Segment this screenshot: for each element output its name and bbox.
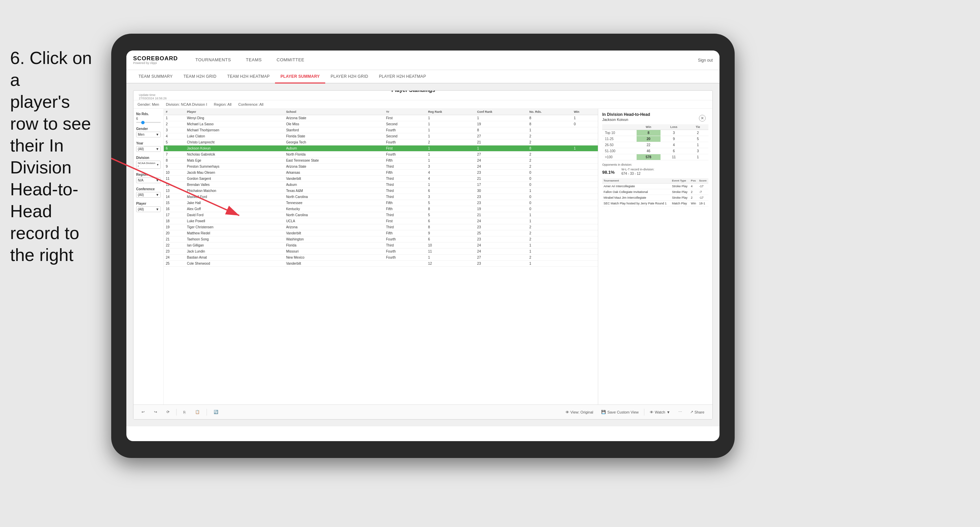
nav-committee[interactable]: COMMITTEE (269, 51, 312, 70)
col-event-type: Event Type (671, 178, 689, 184)
opponents-section: Opponents in division: 98.1% W-L-T recor… (602, 163, 708, 178)
toolbar-sep-1 (176, 409, 177, 416)
col-school: School (284, 109, 384, 115)
table-row[interactable]: 11 Gordon Sargent Vanderbilt Third 4 21 … (164, 176, 598, 182)
nav-items: TOURNAMENTS TEAMS COMMITTEE (188, 51, 312, 70)
bottom-toolbar: ↩ ↪ ⟳ ⎘ 📋 🔄 👁View: Original 💾Save Custom… (134, 405, 713, 419)
tournament-row: Mirabel Maui Jim Intercollegiate Stroke … (602, 195, 708, 201)
no-rds-slider[interactable] (136, 122, 161, 123)
filter-division-section: Division NCAA Division I ▼ (136, 156, 161, 169)
h2h-row: 26-50 22 4 1 (602, 142, 708, 148)
table-row[interactable]: 19 Tiger Christensen Arizona Third 8 23 … (164, 224, 598, 230)
view-original-button[interactable]: 👁View: Original (563, 409, 596, 416)
tab-team-summary[interactable]: TEAM SUMMARY (133, 70, 178, 84)
col-score: Score (698, 178, 708, 184)
tournament-row: SEC Match Play hosted by Jerry Pate Roun… (602, 201, 708, 206)
col-player: Player (185, 109, 284, 115)
h2h-row: Top 10 8 3 2 (602, 130, 708, 136)
table-row[interactable]: 22 Ian Gilligan Florida Third 10 24 1 (164, 243, 598, 249)
col-pos: Pos (689, 178, 698, 184)
tab-team-h2h-heatmap[interactable]: TEAM H2H HEATMAP (222, 70, 275, 84)
table-row[interactable]: 13 Phichaksn Maichon Texas A&M Third 6 3… (164, 188, 598, 194)
options-button[interactable]: ⋯ (676, 408, 685, 416)
refresh-button[interactable]: 🔄 (211, 408, 221, 416)
tournament-header: Tournament Event Type Pos Score (602, 178, 708, 184)
table-row[interactable]: 23 Jack Lundin Missouri Fourth 11 24 1 (164, 249, 598, 255)
standings-table-area: # Player School Yr Reg Rank Conf Rank No… (164, 109, 598, 405)
filter-division: Division: NCAA Division I (166, 102, 207, 106)
filter-player-section: Player (All) ▼ (136, 202, 161, 212)
redo2-button[interactable]: ⟳ (164, 408, 172, 416)
gender-select[interactable]: Men ▼ (136, 132, 161, 137)
save-custom-button[interactable]: 💾Save Custom View (598, 408, 641, 416)
sub-navigation: TEAM SUMMARY TEAM H2H GRID TEAM H2H HEAT… (126, 70, 719, 84)
table-row[interactable]: 5 Christo Lamprecht Georgia Tech Fourth … (164, 140, 598, 146)
close-h2h-panel[interactable]: ✕ (699, 115, 706, 122)
table-row[interactable]: 16 Alex Goff Kentucky Fifth 8 19 0 (164, 206, 598, 212)
h2h-panel: In Division Head-to-Head Jackson Koivun … (598, 109, 713, 405)
nav-tournaments[interactable]: TOURNAMENTS (188, 51, 239, 70)
table-row[interactable]: 20 Matthew Riedel Vanderbilt Fifth 9 25 … (164, 230, 598, 237)
paste-button[interactable]: 📋 (192, 408, 202, 416)
col-yr: Yr (384, 109, 426, 115)
h2h-row: 51-100 46 6 3 (602, 148, 708, 154)
table-row[interactable]: 17 David Ford North Carolina Third 5 21 … (164, 212, 598, 218)
col-num: # (164, 109, 185, 115)
table-row[interactable]: 8 Mats Ege East Tennessee State Fifth 1 … (164, 157, 598, 163)
logo-title: SCOREBOARD (133, 56, 178, 61)
instruction-text: 6. Click on a player's row to see their … (0, 40, 108, 273)
h2h-col-loss: Loss (660, 124, 687, 130)
card-body: No Rds. 6 Gender Men ▼ (134, 109, 713, 405)
nav-teams[interactable]: TEAMS (238, 51, 269, 70)
table-row[interactable]: 25 Cole Sherwood Vanderbilt 12 23 1 (164, 260, 598, 267)
table-row[interactable]: 15 Jake Hall Tennessee Fifth 5 23 0 (164, 200, 598, 206)
table-row[interactable]: 2 Michael La Sasso Ole Miss Second 1 19 … (164, 121, 598, 127)
share-button[interactable]: ↗Share (687, 408, 707, 416)
table-row[interactable]: 12 Brendan Valles Auburn Third 1 17 0 (164, 182, 598, 188)
nav-right: Sign out (698, 58, 713, 63)
player-select[interactable]: (All) ▼ (136, 206, 161, 212)
table-row[interactable]: 3 Michael Thorbjornsen Stanford Fourth 1… (164, 127, 598, 133)
filter-no-rds: No Rds. 6 (136, 112, 161, 123)
table-row[interactable]: 9 Preston Summerhays Arizona State Third… (164, 163, 598, 170)
h2h-player-name: Jackson Koivun (602, 117, 708, 122)
wlt-record: 674 - 33 - 12 (621, 172, 654, 175)
col-reg-rank: Reg Rank (426, 109, 475, 115)
table-row[interactable]: 10 Jacob Mau Olesen Arkansas Fifth 4 23 … (164, 170, 598, 176)
left-filters: No Rds. 6 Gender Men ▼ (134, 109, 164, 405)
tab-team-h2h-grid[interactable]: TEAM H2H GRID (178, 70, 222, 84)
division-select[interactable]: NCAA Division I ▼ (136, 160, 161, 169)
table-row[interactable]: 1 Wenyi Ding Arizona State First 1 1 8 1 (164, 115, 598, 121)
tab-player-h2h-grid[interactable]: PLAYER H2H GRID (325, 70, 374, 84)
conference-select[interactable]: (All) ▼ (136, 192, 161, 198)
filter-bar: Gender: Men Division: NCAA Division I Re… (134, 100, 713, 109)
table-row[interactable]: 6 Jackson Koivun Auburn First 1 1 8 1 (164, 146, 598, 152)
update-time: Update time: 27/03/2024 16:56:26 (139, 93, 167, 100)
table-row[interactable]: 4 Luke Claton Florida State Second 1 27 … (164, 133, 598, 140)
opponents-label: Opponents in division: (602, 163, 708, 166)
col-no-rds: No. Rds. (527, 109, 572, 115)
table-row[interactable]: 21 Taehoon Song Washington Fourth 6 23 2 (164, 237, 598, 243)
h2h-col-tie: Tie (687, 124, 708, 130)
tablet-device: SCOREBOARD Powered by clippi TOURNAMENTS… (111, 34, 735, 458)
tournament-row: Amer Ari Intercollegiate Stroke Play 4 -… (602, 184, 708, 189)
sign-out-button[interactable]: Sign out (698, 58, 713, 63)
tab-player-h2h-heatmap[interactable]: PLAYER H2H HEATMAP (374, 70, 432, 84)
undo-button[interactable]: ↩ (139, 408, 147, 416)
table-row[interactable]: 14 Maxwell Ford North Carolina Third 3 2… (164, 194, 598, 200)
redo-button[interactable]: ↪ (151, 408, 160, 416)
table-row[interactable]: 18 Luke Powell UCLA First 6 24 1 (164, 218, 598, 224)
table-row[interactable]: 7 Nicholas Gabrelcik North Florida Fourt… (164, 152, 598, 157)
filter-year-section: Year (All) ▼ (136, 141, 161, 152)
h2h-col-range (602, 124, 636, 130)
opponents-pct: 98.1% (602, 170, 615, 175)
filter-conference-section: Conference (All) ▼ (136, 187, 161, 198)
table-row[interactable]: 24 Bastian Amat New Mexico Fourth 1 27 2 (164, 255, 598, 260)
watch-button[interactable]: 👁Watch▼ (647, 409, 673, 416)
top-navigation: SCOREBOARD Powered by clippi TOURNAMENTS… (126, 51, 719, 70)
tab-player-summary[interactable]: PLAYER SUMMARY (275, 70, 325, 84)
region-select[interactable]: N/A ▼ (136, 178, 161, 183)
copy-button[interactable]: ⎘ (181, 409, 188, 416)
h2h-panel-title: In Division Head-to-Head (602, 112, 708, 117)
year-select[interactable]: (All) ▼ (136, 146, 161, 152)
